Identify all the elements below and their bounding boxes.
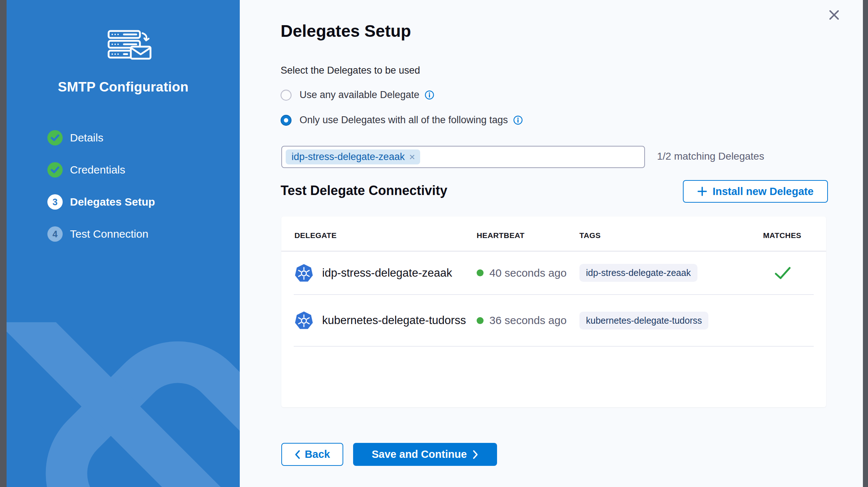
step-details[interactable]: Details [47, 130, 155, 145]
heartbeat-text: 36 seconds ago [489, 314, 567, 327]
delegates-setup-panel: Delegates Setup Select the Delegates to … [240, 0, 863, 487]
wizard-steps: Details Credentials 3 Delegates Setup 4 … [47, 130, 155, 258]
radio-any-label: Use any available Delegate [300, 89, 419, 101]
step-label: Test Connection [70, 228, 148, 240]
save-and-continue-button[interactable]: Save and Continue [353, 443, 497, 466]
table-header-row: DELEGATE HEARTBEAT TAGS MATCHES [281, 217, 826, 252]
chevron-right-icon [473, 450, 478, 459]
heartbeat-text: 40 seconds ago [489, 267, 567, 279]
close-icon[interactable] [826, 7, 842, 23]
radio-selected-icon[interactable] [281, 115, 292, 126]
tag-chip-label: idp-stress-delegate-zeaak [292, 151, 405, 163]
install-button-label: Install new Delegate [712, 186, 813, 198]
step-complete-icon [47, 162, 63, 178]
step-number: 3 [47, 194, 63, 210]
backdrop-right [863, 0, 868, 487]
info-icon[interactable] [425, 90, 434, 100]
match-check-icon [774, 266, 791, 280]
sidebar-title: SMTP Configuration [7, 79, 240, 95]
table-row[interactable]: kubernetes-delegate-tudorss 36 seconds a… [281, 295, 826, 346]
radio-any-delegate[interactable]: Use any available Delegate [281, 89, 434, 101]
backdrop-left [0, 0, 7, 487]
heartbeat-status-dot [477, 317, 484, 324]
chevron-left-icon [294, 450, 300, 459]
step-test-connection[interactable]: 4 Test Connection [47, 226, 155, 242]
page-title: Delegates Setup [281, 21, 411, 41]
step-label: Details [70, 132, 103, 144]
back-button[interactable]: Back [281, 443, 343, 466]
step-credentials[interactable]: Credentials [47, 162, 155, 178]
section-title: Test Delegate Connectivity [281, 183, 447, 198]
column-header-delegate: DELEGATE [294, 231, 477, 240]
column-header-tags: TAGS [579, 231, 750, 240]
select-delegates-label: Select the Delegates to be used [281, 65, 420, 76]
plus-icon [697, 186, 707, 196]
wizard-sidebar: SMTP Configuration Details Credentials 3… [7, 0, 240, 487]
smtp-configuration-wizard: SMTP Configuration Details Credentials 3… [0, 0, 868, 487]
harness-watermark-icon [7, 322, 240, 487]
back-button-label: Back [305, 448, 330, 460]
kubernetes-icon [294, 311, 313, 330]
delegates-table: DELEGATE HEARTBEAT TAGS MATCHES [281, 217, 826, 407]
column-header-heartbeat: HEARTBEAT [477, 231, 579, 240]
step-label: Credentials [70, 164, 125, 176]
step-number: 4 [47, 226, 63, 242]
install-new-delegate-button[interactable]: Install new Delegate [683, 180, 828, 203]
remove-tag-icon[interactable]: × [409, 152, 415, 162]
step-delegates-setup[interactable]: 3 Delegates Setup [47, 194, 155, 210]
smtp-servers-mail-icon [107, 30, 152, 60]
row-divider [294, 346, 814, 347]
delegate-name: kubernetes-delegate-tudorss [322, 314, 466, 327]
radio-unselected-icon[interactable] [281, 90, 292, 101]
delegate-tag: idp-stress-delegate-zeaak [579, 264, 697, 282]
heartbeat-status-dot [477, 269, 484, 276]
delegate-tag: kubernetes-delegate-tudorss [579, 312, 708, 330]
save-button-label: Save and Continue [372, 448, 467, 460]
delegate-name: idp-stress-delegate-zeaak [322, 266, 452, 280]
matching-delegates-count: 1/2 matching Delegates [657, 151, 764, 162]
info-icon[interactable] [513, 115, 523, 125]
table-row[interactable]: idp-stress-delegate-zeaak 40 seconds ago… [281, 252, 826, 294]
kubernetes-icon [294, 264, 313, 283]
radio-tags-label: Only use Delegates with all of the follo… [300, 114, 508, 126]
delegate-tags-input[interactable]: idp-stress-delegate-zeaak × [281, 146, 645, 168]
radio-delegates-with-tags[interactable]: Only use Delegates with all of the follo… [281, 114, 523, 126]
step-complete-icon [47, 130, 63, 145]
column-header-matches: MATCHES [750, 231, 801, 240]
step-label: Delegates Setup [70, 196, 155, 208]
tag-chip: idp-stress-delegate-zeaak × [286, 149, 420, 164]
